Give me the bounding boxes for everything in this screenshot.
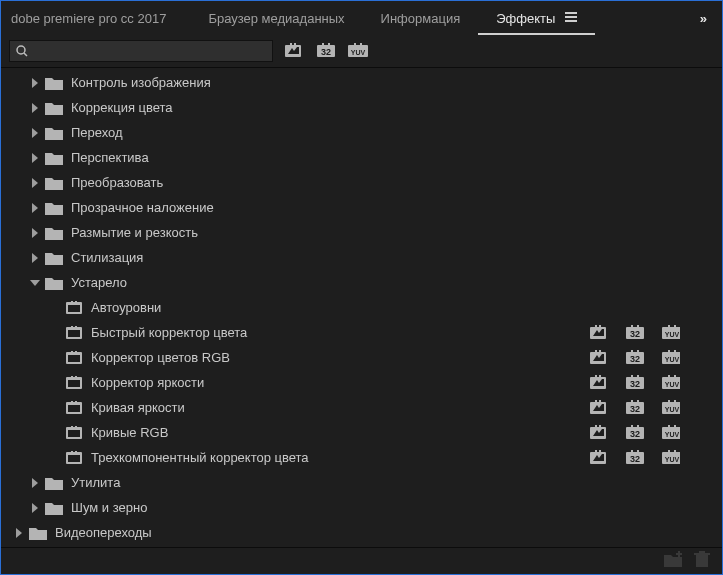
disclosure-icon[interactable] [13,527,25,539]
effect-label: Быстрый корректор цвета [91,325,247,340]
effect-auto-levels[interactable]: Автоуровни [1,295,722,320]
folder-icon [45,476,63,490]
effect-badges [590,401,680,415]
disclosure-icon[interactable] [29,77,41,89]
badge-32bit-icon [626,351,644,365]
badge-accelerated-icon [590,326,608,340]
filter-32bit-icon[interactable] [315,42,337,60]
badge-yuv-icon [662,351,680,365]
effect-icon [65,401,83,415]
badge-32bit-icon [626,326,644,340]
effect-label: Автоуровни [91,300,161,315]
folder-obsolete[interactable]: Устарело [1,270,722,295]
badge-32bit-icon [626,426,644,440]
folder-icon [45,176,63,190]
disclosure-icon[interactable] [29,152,41,164]
overflow-glyph: » [700,11,706,26]
folder-label: Размытие и резкость [71,225,198,240]
effects-toolbar [1,35,722,67]
effect-icon [65,376,83,390]
tab-label: Эффекты [496,11,555,26]
disclosure-icon[interactable] [29,202,41,214]
svg-line-24 [24,53,27,56]
folder-label: Прозрачное наложение [71,200,214,215]
folder-perspective[interactable]: Перспектива [1,145,722,170]
new-bin-icon[interactable] [664,551,682,570]
effect-label: Кривая яркости [91,400,185,415]
effect-badges [590,351,680,365]
disclosure-icon[interactable] [29,127,41,139]
panel-footer [1,548,722,572]
badge-yuv-icon [662,426,680,440]
effect-rgb-curves[interactable]: Кривые RGB [1,420,722,445]
disclosure-icon[interactable] [29,252,41,264]
folder-icon [45,201,63,215]
effect-luma-curve[interactable]: Кривая яркости [1,395,722,420]
folder-label: Перспектива [71,150,149,165]
tab-info[interactable]: Информация [363,1,479,35]
folder-label: Устарело [71,275,127,290]
folder-label: Видеопереходы [55,525,152,540]
folder-icon [45,501,63,515]
disclosure-icon[interactable] [29,102,41,114]
tab-app-title[interactable]: dobe premiere pro cc 2017 [9,1,190,35]
folder-color-correction[interactable]: Коррекция цвета [1,95,722,120]
effects-tree[interactable]: Контроль изображения Коррекция цвета Пер… [1,67,722,548]
folder-icon [45,126,63,140]
effect-label: Кривые RGB [91,425,168,440]
effect-icon [65,351,83,365]
folder-label: Коррекция цвета [71,100,173,115]
badge-yuv-icon [662,401,680,415]
disclosure-icon[interactable] [29,502,41,514]
folder-icon [45,251,63,265]
effect-fast-color-corrector[interactable]: Быстрый корректор цвета [1,320,722,345]
badge-32bit-icon [626,451,644,465]
effect-icon [65,301,83,315]
badge-accelerated-icon [590,351,608,365]
search-box[interactable] [9,40,273,62]
search-input[interactable] [34,44,266,58]
folder-icon [45,76,63,90]
folder-icon [45,276,63,290]
folder-transform[interactable]: Преобразовать [1,170,722,195]
folder-utility[interactable]: Утилита [1,470,722,495]
panel-menu-icon[interactable] [565,11,577,26]
tab-media-browser[interactable]: Браузер медиаданных [190,1,362,35]
filter-yuv-icon[interactable] [347,42,369,60]
tab-overflow-button[interactable]: » [692,11,714,26]
tab-label: Браузер медиаданных [208,11,344,26]
disclosure-icon[interactable] [29,477,41,489]
effect-three-way-color-corrector[interactable]: Трехкомпонентный корректор цвета [1,445,722,470]
effect-badges [590,451,680,465]
folder-video-transitions[interactable]: Видеопереходы [1,520,722,545]
badge-32bit-icon [626,401,644,415]
effect-rgb-color-corrector[interactable]: Корректор цветов RGB [1,345,722,370]
disclosure-icon[interactable] [29,177,41,189]
delete-icon[interactable] [694,551,710,570]
folder-label: Стилизация [71,250,143,265]
folder-image-control[interactable]: Контроль изображения [1,70,722,95]
search-icon [16,45,28,57]
tab-effects[interactable]: Эффекты [478,3,595,35]
tab-label: dobe premiere pro cc 2017 [11,11,166,26]
effect-badges [590,326,680,340]
folder-stylize[interactable]: Стилизация [1,245,722,270]
badge-accelerated-icon [590,376,608,390]
folder-blur-sharpen[interactable]: Размытие и резкость [1,220,722,245]
tab-label: Информация [381,11,461,26]
effect-icon [65,426,83,440]
filter-accelerated-icon[interactable] [283,42,305,60]
folder-keying[interactable]: Прозрачное наложение [1,195,722,220]
effect-luma-corrector[interactable]: Корректор яркости [1,370,722,395]
badge-accelerated-icon [590,401,608,415]
folder-noise-grain[interactable]: Шум и зерно [1,495,722,520]
disclosure-icon[interactable] [29,277,41,289]
folder-label: Контроль изображения [71,75,211,90]
disclosure-icon[interactable] [29,227,41,239]
effect-badges [590,426,680,440]
folder-label: Утилита [71,475,120,490]
panel-tabbar: dobe premiere pro cc 2017 Браузер медиад… [1,1,722,35]
folder-transition[interactable]: Переход [1,120,722,145]
badge-yuv-icon [662,376,680,390]
effect-label: Корректор яркости [91,375,204,390]
